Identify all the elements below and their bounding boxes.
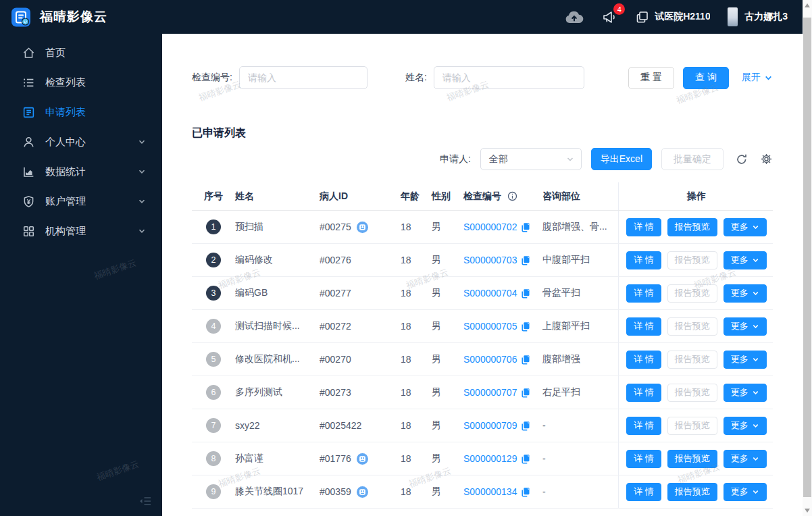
applicant-value: 全部 <box>489 153 508 165</box>
sidebar-item-account[interactable]: 账户管理 <box>0 186 162 216</box>
sidebar-item-form[interactable]: 申请列表 <box>0 97 162 127</box>
export-excel-button[interactable]: 导出Excel <box>591 148 652 170</box>
sidebar-item-list[interactable]: 检查列表 <box>0 68 162 97</box>
hospital-switcher[interactable]: 试医院H21100 <box>635 10 710 24</box>
cell-actions: 详 情 报告预览 更多 <box>618 211 773 243</box>
info-icon[interactable] <box>507 191 517 201</box>
user-menu[interactable]: 古力娜扎3 <box>728 7 788 26</box>
table-row: 4 测试扫描时候... #00272 18 男 S000000705 <box>192 310 773 343</box>
cell-part: 右足平扫 <box>541 386 613 398</box>
report-preview-button[interactable]: 报告预览 <box>667 417 717 435</box>
copy-icon[interactable] <box>520 222 530 232</box>
table-row: 5 修改医院和机... #00270 18 男 S000000706 <box>192 343 773 376</box>
sidebar-item-label: 数据统计 <box>45 165 128 178</box>
exam-no-input[interactable] <box>239 66 367 89</box>
scrollbar-up-arrow[interactable] <box>803 0 812 11</box>
scrollbar-down-arrow[interactable] <box>803 505 812 516</box>
batch-confirm-button[interactable]: 批量确定 <box>661 148 724 170</box>
notifications-megaphone-icon[interactable]: 4 <box>601 9 617 25</box>
reset-button[interactable]: 重 置 <box>628 67 674 89</box>
report-preview-button[interactable]: 报告预览 <box>667 384 717 402</box>
scrollbar-thumb[interactable] <box>803 18 811 497</box>
avatar <box>728 7 738 26</box>
copy-icon[interactable] <box>520 487 530 497</box>
sidebar-item-home[interactable]: 首页 <box>0 38 162 68</box>
hospital-name: 试医院H21100 <box>655 11 710 23</box>
query-button[interactable]: 查 询 <box>683 67 729 89</box>
copy-icon[interactable] <box>520 421 530 431</box>
cell-name: 测试扫描时候... <box>234 320 318 332</box>
cell-actions: 详 情 报告预览 更多 <box>618 475 773 508</box>
exam-no-link[interactable]: S000000709 <box>463 420 517 431</box>
report-preview-button[interactable]: 报告预览 <box>667 483 717 501</box>
copy-icon[interactable] <box>520 388 530 398</box>
exam-no-link[interactable]: S000000134 <box>463 486 517 497</box>
exam-no-link[interactable]: S000000702 <box>463 222 517 232</box>
cell-patient-id: #00273 <box>318 387 399 398</box>
exam-no-label: 检查编号: <box>192 72 232 84</box>
report-preview-button[interactable]: 报告预览 <box>667 284 717 303</box>
report-preview-button[interactable]: 报告预览 <box>667 251 717 269</box>
cell-actions: 详 情 报告预览 更多 <box>618 244 773 276</box>
chevron-down-icon <box>752 257 759 264</box>
cloud-upload-icon[interactable] <box>565 10 584 24</box>
chevron-down-icon <box>752 389 759 396</box>
detail-button[interactable]: 详 情 <box>626 284 661 303</box>
sidebar-collapse-icon[interactable] <box>138 494 153 511</box>
row-index-badge: 1 <box>206 220 221 234</box>
report-preview-button[interactable]: 报告预览 <box>667 218 717 236</box>
copy-icon[interactable] <box>520 321 530 332</box>
username: 古力娜扎3 <box>744 11 788 23</box>
applicant-select[interactable]: 全部 <box>480 148 582 170</box>
exam-no-link[interactable]: S000000705 <box>463 321 517 332</box>
cell-gender: 男 <box>430 353 462 365</box>
exam-no-link[interactable]: S000000704 <box>463 288 517 299</box>
sidebar-item-user[interactable]: 个人中心 <box>0 127 162 157</box>
detail-button[interactable]: 详 情 <box>626 417 661 435</box>
expand-toggle[interactable]: 展开 <box>742 72 773 84</box>
detail-button[interactable]: 详 情 <box>626 483 661 501</box>
exam-no-link[interactable]: S000000706 <box>463 354 517 365</box>
copy-icon[interactable] <box>520 288 530 299</box>
copy-icon[interactable] <box>520 255 530 265</box>
more-button[interactable]: 更多 <box>724 417 767 435</box>
detail-button[interactable]: 详 情 <box>626 351 661 369</box>
more-button[interactable]: 更多 <box>724 251 767 269</box>
cell-exam-no: S000000704 <box>462 288 541 299</box>
chevron-down-icon <box>566 155 574 163</box>
more-button[interactable]: 更多 <box>724 284 767 303</box>
more-button[interactable]: 更多 <box>724 317 767 336</box>
detail-button[interactable]: 详 情 <box>626 450 661 468</box>
exam-no-link[interactable]: S000000129 <box>463 453 517 464</box>
settings-gear-icon[interactable] <box>760 153 773 165</box>
report-preview-button[interactable]: 报告预览 <box>667 351 717 369</box>
user-icon <box>22 136 35 149</box>
copy-icon[interactable] <box>520 355 530 365</box>
sidebar-item-chart[interactable]: 数据统计 <box>0 157 162 186</box>
expand-label: 展开 <box>742 72 761 84</box>
more-button[interactable]: 更多 <box>724 483 767 501</box>
report-preview-button[interactable]: 报告预览 <box>667 450 717 468</box>
name-input[interactable] <box>434 66 584 89</box>
cell-exam-no: S000000705 <box>462 321 541 332</box>
more-button[interactable]: 更多 <box>724 218 767 236</box>
header-age: 年龄 <box>399 190 430 203</box>
detail-button[interactable]: 详 情 <box>626 317 661 336</box>
vertical-scrollbar[interactable] <box>803 0 812 516</box>
detail-button[interactable]: 详 情 <box>626 218 661 236</box>
cell-name: 膝关节线圈1017 <box>234 486 318 498</box>
more-button[interactable]: 更多 <box>724 351 767 369</box>
more-button[interactable]: 更多 <box>724 450 767 468</box>
report-preview-button[interactable]: 报告预览 <box>667 317 717 336</box>
detail-button[interactable]: 详 情 <box>626 251 661 269</box>
cell-name: 修改医院和机... <box>234 353 318 365</box>
exam-no-link[interactable]: S000000703 <box>463 255 517 265</box>
copy-icon[interactable] <box>520 454 530 464</box>
cell-patient-id: #00277 <box>318 288 399 299</box>
exam-no-link[interactable]: S000000707 <box>463 387 517 398</box>
more-button[interactable]: 更多 <box>724 384 767 402</box>
sidebar-item-org[interactable]: 机构管理 <box>0 216 162 246</box>
table-row: 7 sxy22 #0025422 18 男 S000000709 <box>192 409 773 442</box>
detail-button[interactable]: 详 情 <box>626 384 661 402</box>
refresh-icon[interactable] <box>736 153 748 165</box>
